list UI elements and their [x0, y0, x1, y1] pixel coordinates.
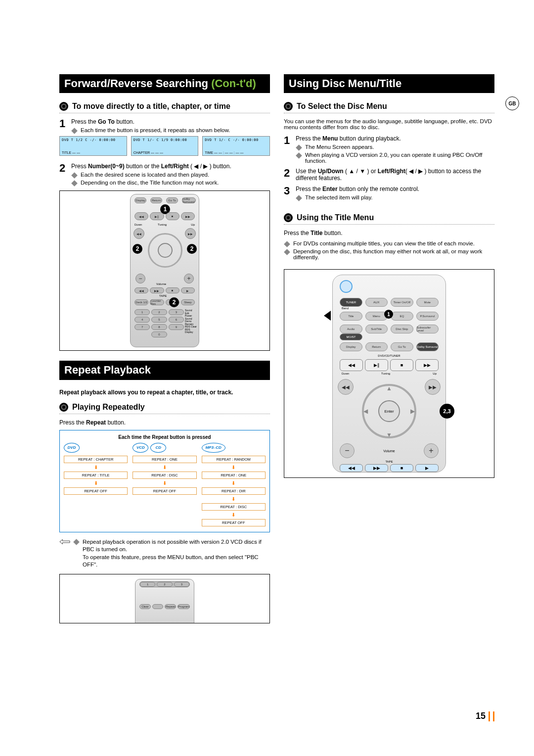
- remote-seek-fwd-icon: ▶▶: [185, 228, 196, 239]
- remote-goto-btn: Go To: [166, 197, 178, 203]
- lcd-title: DVD T 1/2 C -/- 0:00:00TITLE — —: [59, 136, 127, 156]
- down-arrow-icon: ⬇: [202, 512, 266, 518]
- remote-most-btn: MO/ST: [340, 333, 362, 340]
- bullet-dot-icon: [59, 102, 68, 111]
- down-arrow-icon: ⬇: [202, 496, 266, 502]
- pointing-hand-icon: [59, 538, 70, 545]
- diamond-icon: [73, 539, 80, 545]
- remote-label: Up: [191, 223, 195, 226]
- remote-vol-up-icon: +: [184, 274, 194, 284]
- down-arrow-icon: ⬇: [64, 480, 128, 486]
- step-number: 1: [284, 135, 296, 164]
- subhead-text: Playing Repeatedly: [72, 403, 145, 412]
- remote-subtitle-btn: SubTitle: [365, 325, 388, 333]
- step-2: 2 Press Number(0~9) button or the Left/R…: [59, 163, 270, 186]
- subhead-title-menu: Using the Title Menu: [284, 213, 494, 225]
- diamond-icon: [296, 153, 302, 159]
- remote-seek-back-icon: ◀◀: [338, 379, 354, 395]
- right-arrow-icon: ▶: [410, 408, 415, 415]
- remote-title-btn: Title: [340, 312, 362, 321]
- lcd-examples: DVD T 1/2 C -/- 0:00:00TITLE — — DVD T 1…: [59, 136, 270, 156]
- down-arrow-icon: ⬇: [64, 465, 128, 470]
- repeat-diagram: Each time the Repeat button is pressed D…: [59, 430, 270, 532]
- down-arrow-icon: ⬇: [133, 465, 196, 470]
- subhead-text: To move directly to a title, chapter, or…: [72, 102, 230, 111]
- left-pointer-icon: [324, 311, 331, 321]
- remote-tape-rew-icon: ◀◀: [340, 464, 363, 472]
- disc-mp3cd-icon: MP3–CD: [202, 443, 225, 453]
- right-step-2: 2 Use the Up/Down ( ▲ / ▼ ) or Left/Righ…: [284, 168, 494, 182]
- remote-tape-play-icon: ▶: [415, 464, 439, 472]
- remote-repeat-btn: Repeat: [165, 604, 176, 609]
- remote-num-7: 7: [134, 324, 150, 330]
- remote-dolby-btn: Dolby Surround: [182, 197, 196, 203]
- remote-num-1: 1: [134, 309, 150, 315]
- remote-label: Volume: [156, 283, 166, 285]
- remote-deck-btn: Deck 1/2: [134, 299, 148, 305]
- up-arrow-icon: ▲: [386, 385, 392, 392]
- disc-cd-icon: CD: [150, 443, 166, 453]
- select-disc-intro: You can use the menus for the audio lang…: [284, 118, 494, 130]
- diamond-icon: [296, 145, 302, 151]
- right-column: Using Disc Menu/Title To Select the Disc…: [284, 74, 494, 623]
- remote-play-icon: ▶∥: [365, 359, 388, 371]
- remote-display-btn: Display: [134, 197, 146, 203]
- remote-num-8: 8: [151, 324, 167, 330]
- remote-badge-23: 2,3: [440, 404, 454, 419]
- remote-seek-back-icon: ◀◀: [134, 228, 144, 239]
- repeat-note: Repeat playback operation is not possibl…: [59, 538, 270, 569]
- remote-stop-icon: ■: [390, 359, 413, 371]
- remote-psurround-btn: P.Surround: [416, 312, 439, 321]
- disc-dvd-icon: DVD: [64, 443, 80, 453]
- page-number: 15: [476, 711, 494, 721]
- remote-return-btn: Return: [365, 342, 388, 351]
- remote-clear-btn: Clear: [139, 604, 151, 609]
- remote-subwoofer-btn: Subwoofer Level: [416, 325, 439, 333]
- step-1: 1 Press the Go To button. Each time the …: [59, 118, 270, 133]
- remote-stop-icon: ■: [166, 212, 179, 220]
- bullet-dot-icon: [284, 213, 293, 222]
- step-number: 2: [284, 168, 296, 182]
- remote-label: Tuning: [158, 223, 167, 226]
- remote-return-btn: Return: [150, 197, 162, 203]
- remote-num-5: 5: [151, 317, 167, 323]
- step-number: 3: [284, 186, 296, 200]
- press-title-line: Press the Title button.: [284, 230, 494, 236]
- left-column: Forward/Reverse Searching (Con-t'd) To m…: [59, 74, 270, 623]
- remote-num-0: 0: [151, 331, 167, 337]
- diamond-icon: [284, 241, 290, 248]
- remote-dolby-btn: Dolby Surround: [416, 342, 439, 351]
- remote-num-6: 6: [169, 317, 184, 323]
- diamond-icon: [71, 173, 78, 179]
- remote-sleep-btn: Sleep: [181, 299, 195, 305]
- step-number: 1: [59, 118, 71, 133]
- bullet-dot-icon: [284, 102, 293, 111]
- remote-audio-btn: Audio: [340, 325, 362, 333]
- remote-num-4: 4: [134, 317, 150, 323]
- right-step-1: 1 Press the Menu button during playback.…: [284, 135, 494, 164]
- remote-counter-btn: Counter Res: [150, 299, 164, 305]
- remote-next-icon: ▶▶: [181, 212, 195, 220]
- remote-enter-btn: Enter: [378, 400, 400, 422]
- remote-illustration-large: TUNER AUX Timer On/Off Mute Band Title M…: [284, 269, 494, 478]
- remote-next-icon: ▶▶: [415, 359, 439, 371]
- diamond-icon: [284, 249, 290, 256]
- remote-illustration-mini: 1 2 3 Clear Repeat Program: [59, 574, 270, 623]
- remote-prev-icon: ◀◀: [340, 359, 363, 371]
- subhead-text: Using the Title Menu: [297, 213, 374, 222]
- remote-mute-btn: Mute: [416, 298, 439, 307]
- section-disc-menu: Using Disc Menu/Title: [284, 74, 494, 93]
- diamond-icon: [296, 195, 302, 202]
- remote-seek-fwd-icon: ▶▶: [425, 379, 441, 395]
- subhead-select-disc-menu: To Select the Disc Menu: [284, 102, 494, 113]
- remote-control-image: Display Return Go To Dolby Surround 1 ◀◀…: [130, 194, 199, 347]
- press-repeat-line: Press the Repeat button.: [59, 419, 270, 426]
- disc-vcd-icon: VCD: [133, 443, 148, 453]
- right-step-3: 3 Press the Enter button only the remote…: [284, 186, 494, 200]
- remote-badge-2a: 2: [133, 244, 142, 254]
- step-number: 2: [59, 163, 71, 186]
- section-repeat-playback: Repeat Playback: [59, 361, 270, 379]
- remote-badge-2b: 2: [187, 244, 197, 254]
- remote-num-2: 2: [151, 309, 167, 315]
- lcd-chapter: DVD T 1/- C 1/9 0:00:00CHAPTER — — —: [131, 136, 199, 156]
